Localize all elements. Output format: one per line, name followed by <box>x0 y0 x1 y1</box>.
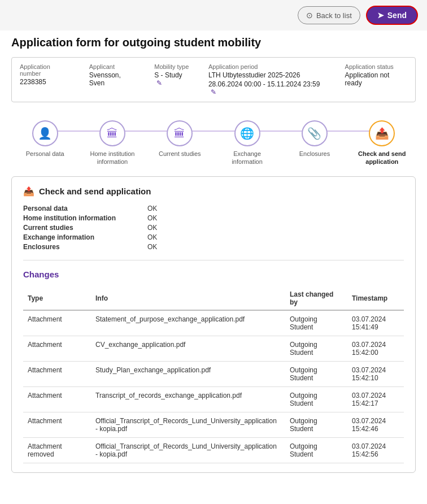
step-label-exchange-information: Exchange information <box>219 150 276 166</box>
table-row: Attachment Statement_of_purpose_exchange… <box>23 310 404 336</box>
check-send-title: 📤 Check and send application <box>23 186 404 197</box>
top-bar: ⊙ Back to list ➤ Send <box>0 0 427 31</box>
step-enclosures[interactable]: 📎 Enclosures <box>286 120 343 158</box>
back-to-list-button[interactable]: ⊙ Back to list <box>298 6 360 24</box>
send-label: Send <box>387 11 407 20</box>
step-label-home-institution: Home institution information <box>84 150 141 166</box>
step-personal-data[interactable]: 👤 Personal data <box>17 120 73 158</box>
mobility-type-value: S - Study ✎ <box>154 71 191 87</box>
cell-info: CV_exchange_application.pdf <box>91 336 285 361</box>
cell-type: Attachment removed <box>23 437 91 463</box>
col-header-timestamp: Timestamp <box>347 287 404 310</box>
check-row-label: Home institution information <box>23 214 136 222</box>
main-content: Application form for outgoing student mo… <box>0 31 427 501</box>
table-row: Attachment removed Official_Transcript_o… <box>23 437 404 463</box>
cell-timestamp: 03.07.202415:42:10 <box>347 361 404 386</box>
application-period-value: LTH Utbytesstudier 2025-2026 <box>208 71 328 79</box>
cell-timestamp: 03.07.202415:41:49 <box>347 310 404 336</box>
table-row: Attachment Official_Transcript_of_Record… <box>23 412 404 437</box>
step-label-enclosures: Enclosures <box>299 150 330 158</box>
step-circle-check-send: 📤 <box>369 120 395 146</box>
cell-type: Attachment <box>23 310 91 336</box>
col-header-info: Info <box>91 287 285 310</box>
changes-title: Changes <box>23 270 404 279</box>
cell-type: Attachment <box>23 386 91 412</box>
application-status-value: Application not ready <box>345 71 407 87</box>
cell-changed-by: OutgoingStudent <box>285 412 347 437</box>
changes-table-header: Type Info Last changed by Timestamp <box>23 287 404 310</box>
check-row-label: Current studies <box>23 224 136 232</box>
info-bar: Application number 2238385 Applicant Sve… <box>11 57 416 102</box>
check-row-value: OK <box>147 243 157 251</box>
cell-timestamp: 03.07.202415:42:56 <box>347 437 404 463</box>
cell-type: Attachment <box>23 412 91 437</box>
step-circle-home-institution: 🏛 <box>99 120 125 146</box>
step-label-personal-data: Personal data <box>26 150 64 158</box>
check-row-label: Personal data <box>23 205 136 212</box>
application-number-label: Application number <box>20 63 72 77</box>
back-label: Back to list <box>316 11 352 20</box>
check-table: Personal dataOKHome institution informat… <box>23 205 404 251</box>
step-circle-exchange-information: 🌐 <box>234 120 260 146</box>
application-period-dates: 28.06.2024 00:00 - 15.11.2024 23:59 ✎ <box>208 80 328 96</box>
check-send-section: 📤 Check and send application Personal da… <box>11 176 416 473</box>
check-row-value: OK <box>147 224 157 232</box>
cell-type: Attachment <box>23 336 91 361</box>
changes-table-body: Attachment Statement_of_purpose_exchange… <box>23 310 404 463</box>
check-row-label: Enclosures <box>23 243 136 251</box>
cell-changed-by: OutgoingStudent <box>285 310 347 336</box>
step-check-send[interactable]: 📤 Check and send application <box>354 120 410 166</box>
cell-info: Statement_of_purpose_exchange_applicatio… <box>91 310 285 336</box>
step-current-studies[interactable]: 🏛 Current studies <box>151 120 208 158</box>
info-mobility-type: Mobility type S - Study ✎ <box>154 63 191 96</box>
step-circle-enclosures: 📎 <box>302 120 328 146</box>
mobility-type-edit-icon[interactable]: ✎ <box>156 79 162 87</box>
cell-type: Attachment <box>23 361 91 386</box>
col-header-type: Type <box>23 287 91 310</box>
table-row: Attachment CV_exchange_application.pdf O… <box>23 336 404 361</box>
period-edit-icon[interactable]: ✎ <box>211 88 216 96</box>
cell-info: Transcript_of_records_exchange_applicati… <box>91 386 285 412</box>
check-row: Personal dataOK <box>23 205 404 212</box>
application-number-value: 2238385 <box>20 78 72 86</box>
check-row: Current studiesOK <box>23 224 404 232</box>
send-icon: ➤ <box>377 11 384 20</box>
cell-changed-by: OutgoingStudent <box>285 361 347 386</box>
step-circle-current-studies: 🏛 <box>167 120 193 146</box>
check-row: Home institution informationOK <box>23 214 404 222</box>
step-label-current-studies: Current studies <box>159 150 201 158</box>
application-period-label: Application period <box>208 63 328 70</box>
check-row-value: OK <box>147 233 157 241</box>
step-exchange-information[interactable]: 🌐 Exchange information <box>219 120 276 166</box>
check-row-label: Exchange information <box>23 233 136 241</box>
check-send-icon: 📤 <box>23 186 34 197</box>
check-row-value: OK <box>147 214 157 222</box>
cell-info: Official_Transcript_of_Records_Lund_Univ… <box>91 412 285 437</box>
cell-changed-by: OutgoingStudent <box>285 336 347 361</box>
step-label-check-send: Check and send application <box>354 150 410 166</box>
mobility-type-label: Mobility type <box>154 63 191 70</box>
table-row: Attachment Transcript_of_records_exchang… <box>23 386 404 412</box>
send-button[interactable]: ➤ Send <box>366 6 418 25</box>
check-row: Exchange informationOK <box>23 233 404 241</box>
table-row: Attachment Study_Plan_exchange_applicati… <box>23 361 404 386</box>
check-row-value: OK <box>147 205 157 212</box>
cell-info: Study_Plan_exchange_application.pdf <box>91 361 285 386</box>
info-applicant: Applicant Svensson, Sven <box>89 63 137 96</box>
changes-table: Type Info Last changed by Timestamp Atta… <box>23 287 404 463</box>
steps-row: 👤 Personal data 🏛 Home institution infor… <box>11 115 416 176</box>
cell-timestamp: 03.07.202415:42:17 <box>347 386 404 412</box>
step-home-institution[interactable]: 🏛 Home institution information <box>84 120 141 166</box>
application-status-label: Application status <box>345 63 407 70</box>
info-application-number: Application number 2238385 <box>20 63 72 96</box>
cell-changed-by: OutgoingStudent <box>285 437 347 463</box>
cell-timestamp: 03.07.202415:42:46 <box>347 412 404 437</box>
applicant-value: Svensson, Sven <box>89 71 137 87</box>
page-title: Application form for outgoing student mo… <box>11 36 416 49</box>
cell-info: Official_Transcript_of_Records_Lund_Univ… <box>91 437 285 463</box>
applicant-label: Applicant <box>89 63 137 70</box>
info-application-status: Application status Application not ready <box>345 63 407 96</box>
back-icon: ⊙ <box>306 11 313 20</box>
col-header-changed-by: Last changed by <box>285 287 347 310</box>
cell-changed-by: OutgoingStudent <box>285 386 347 412</box>
